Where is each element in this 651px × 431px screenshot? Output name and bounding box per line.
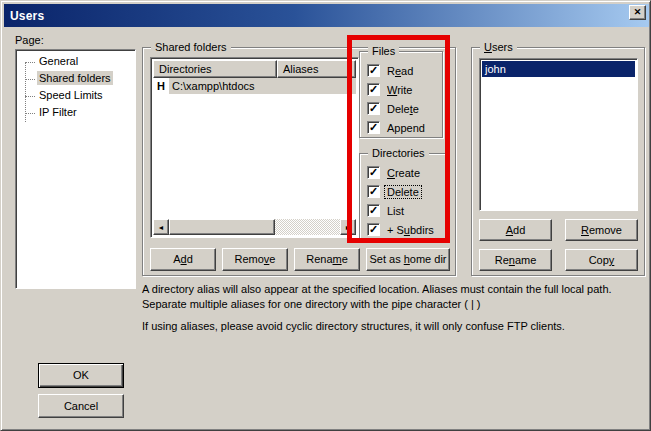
users-group-label: Users bbox=[480, 40, 517, 54]
checkbox-label: List bbox=[385, 205, 406, 217]
files-group-label: Files bbox=[368, 44, 399, 58]
rename-user-button[interactable]: Rename bbox=[479, 249, 552, 271]
tree-item-general[interactable]: General bbox=[16, 54, 135, 71]
checkmark-icon: ✓ bbox=[369, 103, 378, 114]
home-flag: H bbox=[153, 78, 169, 94]
scrollbar-track[interactable] bbox=[275, 219, 340, 235]
checkmark-icon: ✓ bbox=[369, 122, 378, 133]
remove-directory-button[interactable]: Remove bbox=[222, 248, 288, 271]
scroll-left-button[interactable]: ◄ bbox=[153, 219, 169, 235]
checkbox-label: Read bbox=[385, 65, 415, 77]
window-title: Users bbox=[10, 9, 44, 23]
checkmark-icon: ✓ bbox=[369, 186, 378, 197]
checkbox-write[interactable]: ✓ Write bbox=[360, 80, 442, 99]
checkmark-icon: ✓ bbox=[369, 224, 378, 235]
checkbox-label: Create bbox=[385, 167, 422, 179]
tree-item-label: Shared folders bbox=[37, 71, 113, 85]
users-list[interactable]: john bbox=[479, 58, 638, 211]
checkbox-label: + Subdirs bbox=[385, 224, 436, 236]
cancel-button[interactable]: Cancel bbox=[38, 394, 124, 418]
tree-item-label: General bbox=[37, 54, 80, 68]
checkbox[interactable]: ✓ bbox=[367, 102, 380, 115]
users-group: Users john Add Remove Rename Copy bbox=[471, 47, 645, 276]
shared-folders-group-label: Shared folders bbox=[151, 40, 231, 54]
directories-permissions-group: Directories ✓ Create ✓ Delete ✓ List ✓ +… bbox=[359, 153, 447, 241]
alias-help-paragraph: A directory alias will also appear at th… bbox=[142, 282, 640, 312]
arrow-left-icon: ◄ bbox=[158, 224, 165, 231]
checkbox-create[interactable]: ✓ Create bbox=[360, 163, 446, 182]
tree-item-ip-filter[interactable]: IP Filter bbox=[16, 105, 135, 122]
remove-user-button[interactable]: Remove bbox=[565, 219, 638, 241]
checkbox[interactable]: ✓ bbox=[367, 204, 380, 217]
directory-row[interactable]: H C:\xampp\htdocs bbox=[153, 78, 356, 94]
checkbox-delete-file[interactable]: ✓ Delete bbox=[360, 99, 442, 118]
scroll-right-button[interactable]: ► bbox=[340, 219, 356, 235]
checkbox[interactable]: ✓ bbox=[367, 185, 380, 198]
checkbox-label-focused: Delete bbox=[385, 186, 421, 198]
checkmark-icon: ✓ bbox=[369, 84, 378, 95]
directories-listview[interactable]: Directories Aliases H C:\xampp\htdocs ◄ … bbox=[150, 57, 359, 238]
checkbox-delete-dir[interactable]: ✓ Delete bbox=[360, 182, 446, 201]
checkbox[interactable]: ✓ bbox=[367, 223, 380, 236]
checkbox[interactable]: ✓ bbox=[367, 83, 380, 96]
checkbox-label: Append bbox=[385, 122, 427, 134]
ok-button[interactable]: OK bbox=[38, 363, 124, 388]
listview-body: H C:\xampp\htdocs bbox=[153, 78, 356, 219]
set-as-home-dir-button[interactable]: Set as home dir bbox=[366, 248, 450, 271]
copy-user-button[interactable]: Copy bbox=[565, 249, 638, 271]
horizontal-scrollbar[interactable]: ◄ ► bbox=[153, 219, 356, 235]
column-header-aliases[interactable]: Aliases bbox=[277, 60, 356, 78]
rename-directory-button[interactable]: Rename bbox=[294, 248, 360, 271]
page-label: Page: bbox=[15, 34, 44, 46]
directory-path: C:\xampp\htdocs bbox=[169, 78, 356, 94]
checkmark-icon: ✓ bbox=[369, 205, 378, 216]
tree-item-shared-folders[interactable]: Shared folders bbox=[16, 71, 135, 88]
files-permissions-group: Files ✓ Read ✓ Write ✓ Delete ✓ Append bbox=[359, 51, 443, 138]
checkbox-label: Write bbox=[385, 84, 414, 96]
checkmark-icon: ✓ bbox=[369, 65, 378, 76]
add-directory-button[interactable]: Add bbox=[150, 248, 216, 271]
tree-item-label: IP Filter bbox=[37, 105, 79, 119]
checkbox-list[interactable]: ✓ List bbox=[360, 201, 446, 220]
add-user-button[interactable]: Add bbox=[479, 219, 552, 241]
listview-header: Directories Aliases bbox=[153, 60, 356, 78]
checkbox[interactable]: ✓ bbox=[367, 166, 380, 179]
checkbox-label: Delete bbox=[385, 103, 421, 115]
tree-item-speed-limits[interactable]: Speed Limits bbox=[16, 88, 135, 105]
users-dialog: Users ✕ Page: General Shared folders Spe… bbox=[0, 0, 651, 431]
checkmark-icon: ✓ bbox=[369, 167, 378, 178]
checkbox[interactable]: ✓ bbox=[367, 121, 380, 134]
cyclic-warning-paragraph: If using aliases, please avoid cyclic di… bbox=[142, 319, 640, 334]
column-header-directories[interactable]: Directories bbox=[153, 60, 277, 78]
directories-group-label: Directories bbox=[368, 146, 429, 160]
checkbox[interactable]: ✓ bbox=[367, 64, 380, 77]
page-tree[interactable]: General Shared folders Speed Limits IP F… bbox=[15, 49, 136, 289]
tree-item-label: Speed Limits bbox=[37, 88, 105, 102]
close-icon: ✕ bbox=[634, 8, 642, 17]
help-text: A directory alias will also appear at th… bbox=[142, 282, 640, 334]
close-button[interactable]: ✕ bbox=[629, 5, 646, 20]
title-bar[interactable]: Users bbox=[4, 4, 649, 27]
scrollbar-thumb[interactable] bbox=[169, 219, 275, 235]
checkbox-read[interactable]: ✓ Read bbox=[360, 61, 442, 80]
checkbox-append[interactable]: ✓ Append bbox=[360, 118, 442, 137]
checkbox-subdirs[interactable]: ✓ + Subdirs bbox=[360, 220, 446, 239]
user-list-item-selected[interactable]: john bbox=[482, 61, 635, 77]
arrow-right-icon: ► bbox=[345, 224, 352, 231]
